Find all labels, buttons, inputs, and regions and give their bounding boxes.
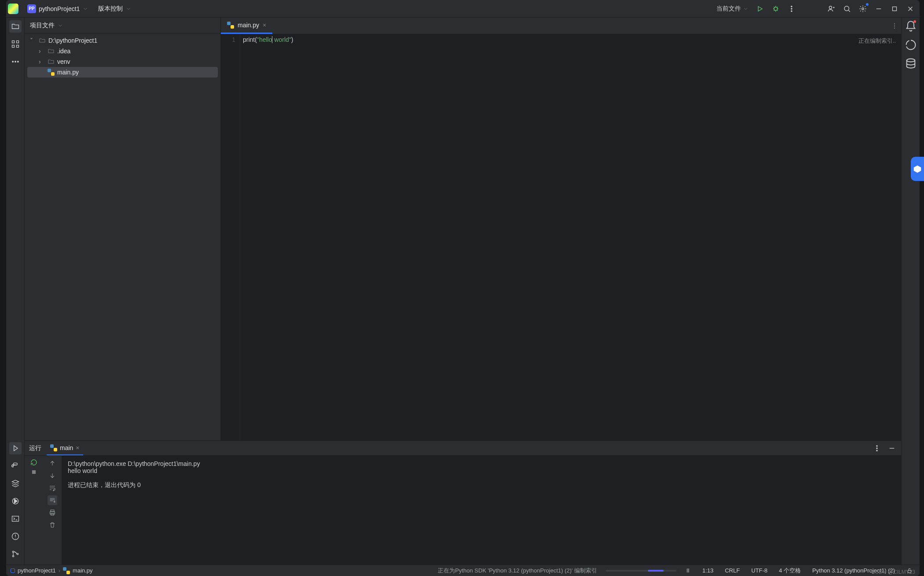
project-selector[interactable]: PP pythonProject1 bbox=[25, 4, 91, 14]
console-exit: 进程已结束，退出代码为 0 bbox=[68, 481, 141, 488]
scroll-end-icon[interactable] bbox=[48, 495, 57, 505]
more-icon[interactable] bbox=[787, 4, 796, 14]
database-icon[interactable] bbox=[905, 57, 917, 70]
tree-root[interactable]: ˅ D:\pythonProject1 bbox=[27, 35, 218, 46]
svg-point-1 bbox=[791, 6, 792, 7]
editor-code[interactable]: print("hello world") 正在编制索引.. bbox=[240, 34, 901, 440]
line-number: 1 bbox=[221, 36, 235, 43]
run-header-label[interactable]: 运行 bbox=[29, 444, 41, 452]
chevron-down-icon bbox=[57, 22, 63, 29]
problems-icon[interactable] bbox=[9, 530, 22, 543]
crumb-project: pythonProject1 bbox=[18, 567, 56, 574]
editor-gutter: 1 bbox=[221, 34, 240, 440]
status-indent[interactable]: 4 个空格 bbox=[776, 567, 803, 575]
trash-icon[interactable] bbox=[48, 520, 57, 530]
python-console-icon[interactable] bbox=[9, 460, 22, 472]
project-name: pythonProject1 bbox=[39, 5, 80, 12]
svg-point-26 bbox=[876, 450, 877, 451]
ai-assistant-icon[interactable] bbox=[905, 39, 917, 51]
editor-tabs-menu[interactable] bbox=[888, 18, 901, 34]
svg-rect-9 bbox=[16, 41, 18, 43]
close-button[interactable] bbox=[906, 4, 915, 14]
project-tree-header[interactable]: 项目文件 bbox=[25, 18, 220, 33]
status-indexing[interactable]: 正在为Python SDK 'Python 3.12 (pythonProjec… bbox=[435, 567, 600, 575]
run-tab-main[interactable]: main × bbox=[47, 441, 83, 455]
services-icon[interactable] bbox=[9, 477, 22, 490]
tree-folder-idea[interactable]: › .idea bbox=[27, 46, 218, 56]
svg-point-24 bbox=[876, 445, 877, 446]
svg-point-18 bbox=[12, 551, 14, 552]
python-file-icon bbox=[48, 69, 55, 76]
up-icon[interactable] bbox=[48, 458, 57, 468]
breadcrumb[interactable]: pythonProject1 › main.py bbox=[11, 567, 93, 574]
tool-more-icon[interactable] bbox=[872, 443, 882, 453]
git-icon[interactable] bbox=[9, 548, 22, 560]
down-icon[interactable] bbox=[48, 471, 57, 480]
svg-point-13 bbox=[15, 61, 16, 63]
svg-rect-8 bbox=[12, 41, 14, 43]
print-icon[interactable] bbox=[48, 508, 57, 517]
structure-tool-icon[interactable] bbox=[9, 38, 22, 50]
project-tool-icon[interactable] bbox=[9, 20, 22, 33]
svg-point-20 bbox=[17, 553, 18, 554]
tree-file-main[interactable]: main.py bbox=[27, 67, 218, 78]
more-tool-icon[interactable] bbox=[9, 55, 22, 68]
status-enc[interactable]: UTF-8 bbox=[748, 567, 770, 574]
close-tab-icon[interactable]: × bbox=[263, 22, 266, 29]
svg-point-3 bbox=[791, 11, 792, 11]
status-eol[interactable]: CRLF bbox=[722, 567, 742, 574]
run-top-rail bbox=[25, 456, 43, 565]
project-tree-title: 项目文件 bbox=[30, 22, 55, 30]
svg-rect-28 bbox=[51, 510, 54, 512]
run-side-rail bbox=[43, 456, 62, 565]
close-tab-icon[interactable]: × bbox=[76, 444, 79, 451]
project-crumb-icon bbox=[11, 569, 15, 573]
coverage-icon[interactable] bbox=[9, 495, 22, 507]
watermark-text: CSDN @CILMY23 bbox=[871, 569, 915, 575]
search-icon[interactable] bbox=[842, 4, 852, 14]
maximize-button[interactable] bbox=[890, 4, 899, 14]
folder-icon bbox=[48, 58, 55, 65]
project-badge: PP bbox=[27, 4, 36, 13]
run-console[interactable]: D:\python\python.exe D:\pythonProject1\m… bbox=[62, 456, 901, 565]
debug-button[interactable] bbox=[771, 4, 781, 14]
tree-folder-venv[interactable]: › venv bbox=[27, 56, 218, 67]
crumb-file: main.py bbox=[73, 567, 93, 574]
pycharm-logo-icon[interactable] bbox=[8, 4, 18, 14]
svg-point-25 bbox=[876, 447, 877, 448]
indexing-progress[interactable] bbox=[606, 570, 676, 572]
floating-assistant-icon[interactable] bbox=[911, 157, 924, 181]
vcs-dropdown[interactable]: 版本控制 bbox=[95, 4, 134, 14]
editor-area: main.py × 1 print("hello world") 正在编制索引.… bbox=[221, 18, 901, 440]
add-user-icon[interactable] bbox=[826, 4, 836, 14]
editor-tab-label: main.py bbox=[238, 22, 259, 29]
minimize-button[interactable] bbox=[874, 4, 884, 14]
run-tool-icon[interactable] bbox=[9, 442, 22, 454]
left-tool-rail bbox=[6, 18, 25, 565]
tree-item-label: main.py bbox=[57, 69, 79, 76]
rerun-icon[interactable] bbox=[30, 458, 38, 466]
status-pos[interactable]: 1:13 bbox=[700, 567, 716, 574]
settings-icon[interactable] bbox=[858, 4, 868, 14]
tool-hide-icon[interactable] bbox=[887, 443, 897, 453]
chevron-down-icon bbox=[743, 6, 749, 12]
editor-tab-main[interactable]: main.py × bbox=[221, 18, 272, 34]
svg-point-31 bbox=[906, 59, 915, 62]
svg-point-6 bbox=[862, 7, 864, 10]
status-bar: pythonProject1 › main.py 正在为Python SDK '… bbox=[6, 565, 920, 576]
terminal-icon[interactable] bbox=[9, 513, 22, 525]
current-file-dropdown[interactable]: 当前文件 bbox=[716, 5, 749, 13]
chevron-right-icon: › bbox=[39, 58, 45, 65]
console-output: hello world bbox=[68, 467, 97, 474]
notifications-icon[interactable] bbox=[905, 20, 917, 33]
run-button[interactable] bbox=[755, 4, 765, 14]
stop-icon[interactable] bbox=[31, 469, 37, 475]
soft-wrap-icon[interactable] bbox=[48, 483, 57, 493]
svg-point-21 bbox=[894, 23, 895, 24]
pause-icon[interactable]: ⏸ bbox=[682, 567, 693, 574]
svg-point-5 bbox=[844, 6, 849, 11]
svg-rect-30 bbox=[51, 513, 54, 515]
svg-rect-10 bbox=[12, 45, 14, 48]
project-tree-panel: 项目文件 ˅ D:\pythonProject1 › .idea bbox=[25, 18, 221, 440]
svg-point-2 bbox=[791, 8, 792, 9]
